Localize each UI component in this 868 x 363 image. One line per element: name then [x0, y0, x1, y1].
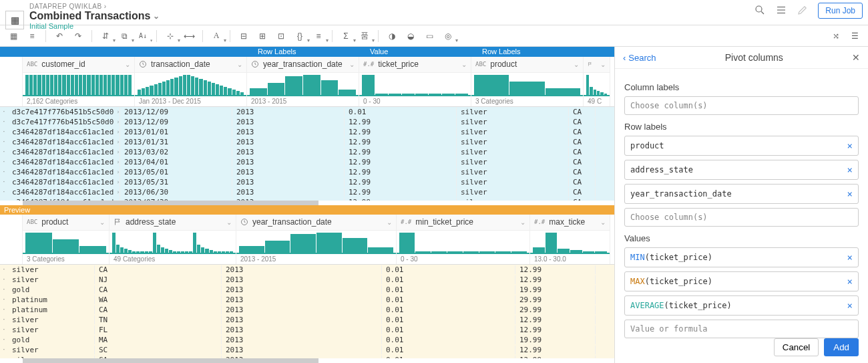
column-header[interactable]: ABCproduct⌄ [471, 57, 583, 73]
column-header[interactable]: #.#ticket_price⌄ [359, 57, 471, 73]
svg-point-0 [756, 6, 762, 12]
column-header[interactable]: ⌄ [584, 57, 610, 73]
value-chip[interactable]: MAX(ticket_price)× [624, 271, 859, 291]
filter-icon[interactable]: ≡ [310, 29, 327, 43]
row-label-chip[interactable]: product× [624, 136, 859, 156]
table-row[interactable]: ·c3464287df184acc61ac1ed›2013/05/3120131… [0, 177, 614, 187]
table-row[interactable]: ·d3c7e417f776b451b5c50d0›2013/12/0920130… [0, 107, 614, 117]
breadcrumb[interactable]: DATAPREP QWIKLAB › [29, 3, 160, 10]
horizontal-scrollbar[interactable] [23, 358, 614, 363]
remove-icon[interactable]: × [847, 140, 853, 151]
pivot-labels-bar: Row Labels Value Row Labels [0, 47, 614, 57]
run-job-button[interactable]: Run Job [818, 3, 863, 19]
table-row[interactable]: ·c3464287df184acc61ac1ed›2013/06/3020131… [0, 187, 614, 197]
column-labels-label: Column labels [624, 82, 859, 92]
grid-view-icon[interactable]: ▦ [5, 29, 21, 43]
toolbar: ▦ ≡ ↶ ↷ ⇵ ⧉ A↓ ⊹ ⟷ A ⊟ ⊞ ⊡ {} ≡ Σ 품 ◑ ◒ … [0, 25, 868, 47]
values-input[interactable]: Value or formula [624, 320, 859, 338]
braces-icon[interactable]: {} [292, 29, 308, 43]
column-header[interactable]: #.#max_ticke⌄ [530, 215, 610, 231]
format-icon[interactable]: A↓ [135, 29, 151, 43]
svg-line-1 [762, 11, 765, 14]
values-label: Values [624, 233, 859, 243]
pivot-panel: ‹ Search Pivot columns ✕ Column labels C… [614, 47, 868, 363]
column-header[interactable]: year_transaction_date⌄ [236, 215, 396, 231]
aggregate-icon[interactable]: 품 [357, 29, 373, 43]
join-icon[interactable]: ◑ [384, 29, 400, 43]
row-labels-label: Row labels [624, 122, 859, 132]
redo-icon[interactable]: ↷ [70, 29, 86, 43]
table-row[interactable]: ·c3464287df184acc61ac1ed›2013/01/3120131… [0, 137, 614, 147]
horizontal-scrollbar[interactable] [23, 201, 614, 205]
table-row[interactable]: ·silverFL20130.0112.99 [0, 325, 614, 335]
comment-icon[interactable]: ▭ [421, 29, 437, 43]
preview-bar: Preview [0, 205, 614, 215]
extract2-icon[interactable]: ⊞ [254, 29, 270, 43]
table-row[interactable]: ·d3c7e417f776b451b5c50d0›2013/12/0920131… [0, 117, 614, 127]
table-row[interactable]: ·silverSC20130.0112.99 [0, 345, 614, 355]
column-labels-input[interactable]: Choose column(s) [624, 96, 859, 115]
search-icon[interactable] [754, 4, 766, 18]
target-icon[interactable]: ◎ [440, 29, 456, 43]
table-row[interactable]: ·silverCA20130.0112.99 [0, 265, 614, 275]
extract3-icon[interactable]: ⊡ [273, 29, 289, 43]
table-row[interactable]: ·silverNJ20130.0112.99 [0, 275, 614, 285]
panel-title: Pivot columns [656, 52, 852, 63]
settings-icon[interactable]: ☰ [847, 29, 863, 43]
close-icon[interactable]: ✕ [852, 52, 860, 63]
pivot-icon[interactable]: ⤭ [828, 29, 844, 43]
remove-icon[interactable]: × [847, 252, 853, 263]
union-icon[interactable]: ◒ [403, 29, 419, 43]
text-icon[interactable]: A [208, 29, 224, 43]
list-icon[interactable] [775, 4, 787, 18]
add-button[interactable]: Add [824, 338, 859, 356]
dataset-icon: ▦ [5, 11, 24, 29]
value-chip[interactable]: AVERAGE(ticket_price)× [624, 295, 859, 316]
value-chip[interactable]: MIN(ticket_price)× [624, 247, 859, 267]
column-header[interactable]: address_state⌄ [110, 215, 236, 231]
extract-icon[interactable]: ⊟ [236, 29, 252, 43]
table-row[interactable]: ·goldMA20130.0119.99 [0, 335, 614, 345]
row-labels-input[interactable]: Choose column(s) [624, 208, 859, 227]
cancel-button[interactable]: Cancel [774, 338, 819, 356]
remove-icon[interactable]: × [847, 300, 853, 311]
column-header[interactable]: ABCcustomer_id⌄ [23, 57, 134, 73]
undo-icon[interactable]: ↶ [51, 29, 67, 43]
column-header[interactable]: #.#min_ticket_price⌄ [397, 215, 529, 231]
remove-icon[interactable]: × [847, 276, 853, 287]
row-label-chip[interactable]: year_transaction_date× [624, 184, 859, 204]
pencil-icon[interactable] [797, 4, 809, 18]
remove-icon[interactable]: × [847, 189, 853, 199]
table-row[interactable]: ·c3464287df184acc61ac1ed›2013/03/0220131… [0, 147, 614, 157]
table-row[interactable]: ·c3464287df184acc61ac1ed›2013/05/0120131… [0, 167, 614, 177]
table-row[interactable]: ·silverTN20130.0112.99 [0, 315, 614, 325]
table-row[interactable]: ·c3464287df184acc61ac1ed›2013/04/0120131… [0, 157, 614, 167]
split-icon[interactable]: ⊹ [162, 29, 178, 43]
table-row[interactable]: ·c3464287df184acc61ac1ed›2013/01/0120131… [0, 127, 614, 137]
column-header[interactable]: ABCproduct⌄ [23, 215, 109, 231]
page-title[interactable]: Combined Transactions⌄ [29, 10, 160, 22]
column-header[interactable]: year_transaction_date⌄ [247, 57, 359, 73]
remove-icon[interactable]: × [847, 164, 853, 175]
column-header[interactable]: transaction_date⌄ [135, 57, 246, 73]
search-link[interactable]: ‹ Search [623, 53, 656, 63]
table-row[interactable]: ·goldCA20130.0119.99 [0, 285, 614, 295]
row-label-chip[interactable]: address_state× [624, 160, 859, 180]
sigma-icon[interactable]: Σ [338, 29, 354, 43]
merge-icon[interactable]: ⇵ [97, 29, 114, 43]
expand-icon[interactable]: ⟷ [181, 29, 197, 43]
list-view-icon[interactable]: ≡ [24, 29, 40, 43]
table-row[interactable]: ·platinumCA20130.0129.99 [0, 305, 614, 315]
table-row[interactable]: ·platinumWA20130.0129.99 [0, 295, 614, 305]
copy-icon[interactable]: ⧉ [116, 29, 132, 43]
